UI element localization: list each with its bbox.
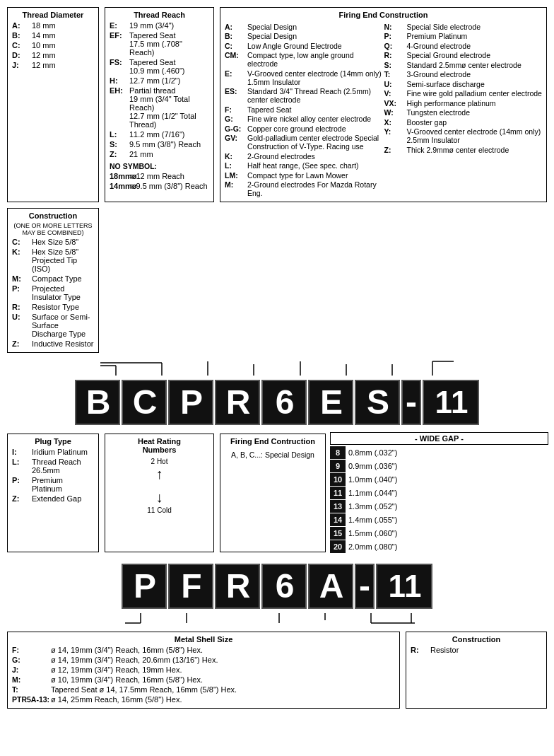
thread-diameter-box: Thread Diameter A:18 mmB:14 mmC:10 mmD:1… xyxy=(7,7,99,202)
firing-end-lower-title: Firing End Contruction xyxy=(225,437,321,446)
metal-shell-entry: G:ø 14, 19mm (3/4") Reach, 20.6mm (13/16… xyxy=(12,656,395,664)
plug-type-entries: I:Iridium PlatinumL:Thread Reach 26.5mmP… xyxy=(12,448,94,503)
cold-label: 11 Cold xyxy=(147,506,171,514)
firing-end-entry: CM:Compact type, low angle ground electr… xyxy=(225,51,383,68)
middle-section: Plug Type I:Iridium PlatinumL:Thread Rea… xyxy=(6,432,548,554)
firing-end-entry: VX:High performance platinum xyxy=(384,99,543,107)
entry-val: Surface or Semi-Surface Discharge Type xyxy=(32,313,94,338)
firing-end-entry: X:Booster gap xyxy=(384,118,543,127)
metal-shell-entries: F:ø 14, 19mm (3/4") Reach, 16mm (5/8") H… xyxy=(12,646,395,704)
big-letter-block: 11 xyxy=(423,380,479,425)
firing-end-entry: Y:V-Grooved center electrode (14mm only)… xyxy=(384,127,543,144)
thread-reach-entry: 14mmø= 9.5 mm (3/8") Reach xyxy=(110,182,209,190)
heat-rating-box: Heat RatingNumbers 2 Hot ↑ ↓ 11 Cold xyxy=(105,434,214,552)
wide-gap-entries: 80.8mm (.032")90.9mm (.036")101.0mm (.04… xyxy=(330,446,548,553)
firing-end-col1: A:Special DesignB:Special DesignC:Low An… xyxy=(225,21,383,199)
thread-reach-entry: NO SYMBOL: xyxy=(110,160,209,170)
double-arrow: ↑ ↓ xyxy=(156,466,163,506)
plug-type-entry: P:Premium Platinum xyxy=(12,476,94,493)
firing-end-entry: U:Semi-surface discharge xyxy=(384,80,543,88)
entry-key: L: xyxy=(12,458,32,466)
no-symbol-label: NO SYMBOL: xyxy=(110,162,157,170)
metal-shell-entry: PTR5A-13:ø 14, 25mm Reach, 16mm (5/8") H… xyxy=(12,695,395,704)
fe-val: 2-Ground electrodes xyxy=(247,152,315,161)
wide-gap-val: 0.8mm (.032") xyxy=(348,448,397,457)
wide-gap-val: 0.9mm (.036") xyxy=(348,462,397,470)
fe-key: Z: xyxy=(384,146,407,154)
thread-reach-entry: FS:Tapered Seat10.9 mm (.460") xyxy=(110,58,209,75)
fe-val: High performance platinum xyxy=(407,99,496,107)
entry-val: 21 mm xyxy=(129,150,209,158)
fe-val: Thick 2.9mmø center electrode xyxy=(407,146,509,154)
fe-key: U: xyxy=(384,80,407,88)
entry-val: Resistor xyxy=(430,646,542,654)
wide-gap-num: 9 xyxy=(330,460,346,472)
thread-reach-entry: 18mmø= 12 mm Reach xyxy=(110,172,209,180)
wide-gap-num: 14 xyxy=(330,513,346,526)
entry-val: Projected Insulator Type xyxy=(32,284,94,301)
fe-key: LM: xyxy=(225,171,247,180)
thread-diameter-entry: B:14 mm xyxy=(12,31,94,40)
entry-key: J: xyxy=(12,665,51,674)
entry-val: Inductive Resistor xyxy=(32,339,94,348)
big-letters-1: BCPR6ES-11 xyxy=(74,380,480,425)
fe-val: Standard 3/4" Thread Reach (2.5mm) cente… xyxy=(247,87,383,104)
plug-type-entry: L:Thread Reach 26.5mm xyxy=(12,458,94,475)
thread-diameter-entry: J:12 mm xyxy=(12,61,94,69)
fe-key: CM: xyxy=(225,51,247,59)
entry-val: 12 mm xyxy=(32,61,94,69)
plug-type-box: Plug Type I:Iridium PlatinumL:Thread Rea… xyxy=(7,434,99,552)
entry-key: D: xyxy=(12,51,32,59)
thread-diameter-entry: A:18 mm xyxy=(12,21,94,30)
fe-key: GV: xyxy=(225,134,247,142)
entry-key: Z: xyxy=(110,150,129,158)
fe-val: Special Side electrode xyxy=(407,23,481,31)
fe-key: T: xyxy=(384,70,407,78)
big-letter-block: P xyxy=(168,380,213,425)
fe-key: G: xyxy=(225,115,247,123)
firing-end-lower-box: Firing End Contruction A, B, C...: Speci… xyxy=(220,434,326,552)
construction-entry: Z:Inductive Resistor xyxy=(12,339,94,348)
wide-gap-val: 1.0mm (.040") xyxy=(348,475,397,484)
thread-reach-entry: EF:Tapered Seat17.5 mm (.708" Reach) xyxy=(110,31,209,57)
metal-shell-entry: T:Tapered Seat ø 14, 17.5mm Reach, 16mm … xyxy=(12,685,395,694)
wide-gap-row: 111.1mm (.044") xyxy=(330,487,548,499)
entry-key: L: xyxy=(110,130,129,139)
wide-gap-num: 13 xyxy=(330,500,346,513)
entry-val: ø 12, 19mm (3/4") Reach, 19mm Hex. xyxy=(51,665,395,674)
arrow-down: ↓ xyxy=(156,489,163,506)
big-letter-block: R xyxy=(215,564,260,609)
thread-diameter-entry: C:10 mm xyxy=(12,41,94,50)
entry-key: 14mmø xyxy=(110,182,129,190)
entry-val: Tapered Seat10.9 mm (.460") xyxy=(129,58,209,75)
fe-val: Premium Platinum xyxy=(407,32,468,40)
entry-key: C: xyxy=(12,41,32,50)
fe-key: F: xyxy=(225,105,247,114)
wide-gap-num: 11 xyxy=(330,487,346,499)
bottom-connectors xyxy=(118,613,436,627)
thread-reach-box: Thread Reach E:19 mm (3/4")EF:Tapered Se… xyxy=(105,7,214,202)
firing-end-entry: G-G:Copper core ground electrode xyxy=(225,124,383,133)
fe-key: W: xyxy=(384,108,407,117)
big-letter-block: P xyxy=(122,564,167,609)
entry-val: Extended Gap xyxy=(32,494,94,503)
construction-lower-title: Construction xyxy=(411,635,542,644)
entry-val: Premium Platinum xyxy=(32,476,94,493)
construction-entry: C:Hex Size 5/8" xyxy=(12,238,94,246)
construction-entry: K:Hex Size 5/8" Projected Tip (ISO) xyxy=(12,248,94,273)
metal-shell-entry: J:ø 12, 19mm (3/4") Reach, 19mm Hex. xyxy=(12,665,395,674)
big-letter-block: F xyxy=(168,564,213,609)
entry-key: Z: xyxy=(12,494,32,503)
entry-val: Resistor Type xyxy=(32,303,94,311)
entry-key: EH: xyxy=(110,86,129,95)
wide-gap-title: - WIDE GAP - xyxy=(330,432,548,445)
plug-type-entry: I:Iridium Platinum xyxy=(12,448,94,456)
metal-shell-title: Metal Shell Size xyxy=(12,635,395,644)
construction-lower-box: Construction R:Resistor xyxy=(406,632,547,709)
hot-label: 2 Hot xyxy=(151,458,168,465)
construction-box: Construction (ONE OR MORE LETTERSMAY BE … xyxy=(7,208,99,353)
entry-val: Partial thread19 mm (3/4" Total Reach)12… xyxy=(129,86,209,129)
big-letter-block: - xyxy=(401,380,421,425)
fe-key: Q: xyxy=(384,42,407,50)
heat-rating-arrows: 2 Hot ↑ ↓ 11 Cold xyxy=(110,456,209,516)
